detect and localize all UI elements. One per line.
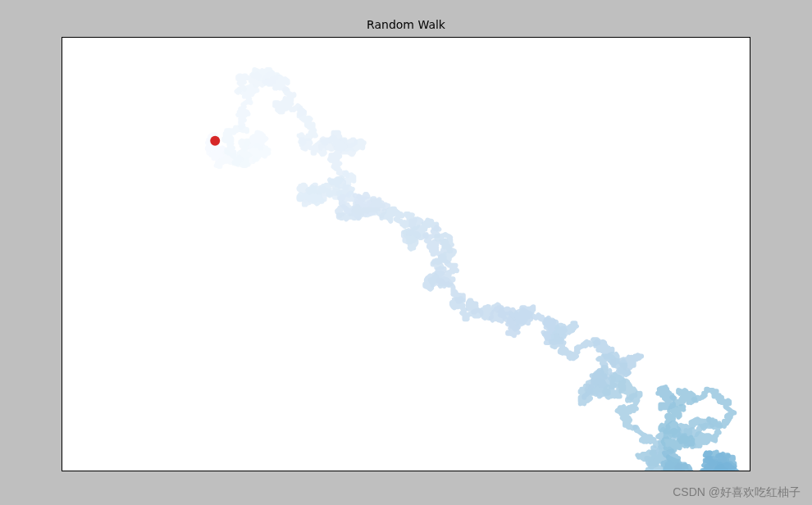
figure-background: Random Walk CSDN @好喜欢吃红柚子	[0, 0, 812, 505]
chart-axes	[62, 37, 750, 471]
chart-title: Random Walk	[0, 18, 812, 31]
watermark-text: CSDN @好喜欢吃红柚子	[673, 485, 801, 500]
random-walk-plot	[62, 38, 750, 471]
start-point-marker	[210, 136, 220, 146]
